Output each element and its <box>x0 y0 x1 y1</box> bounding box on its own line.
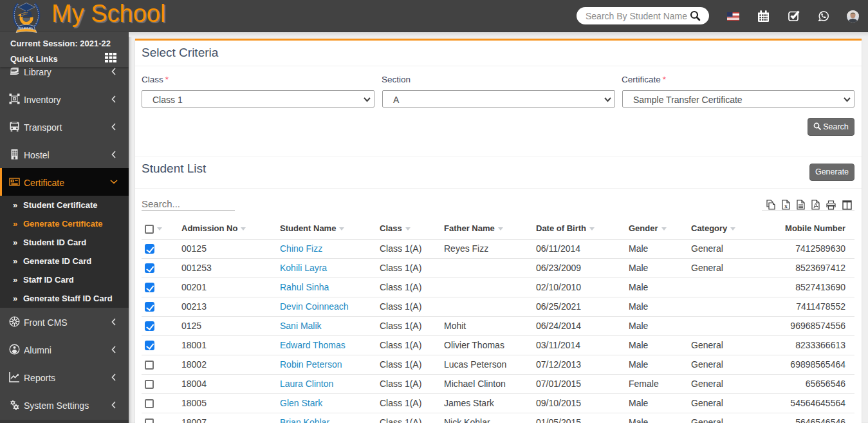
svg-text:x: x <box>784 203 788 209</box>
